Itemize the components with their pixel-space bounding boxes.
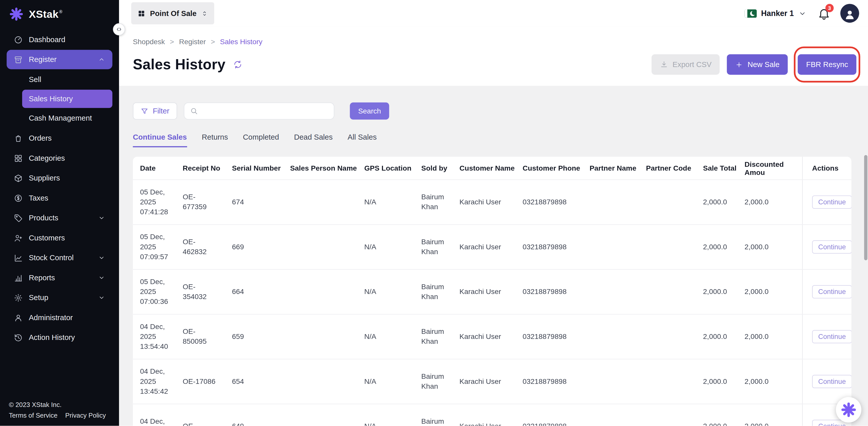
new-sale-button[interactable]: New Sale [727,54,788,75]
cell-gps: N/A [364,270,421,314]
table-row: 05 Dec, 2025 07:09:57OE- 462832669N/ABai… [133,224,851,269]
column-header-actions: Actions [802,157,851,179]
terms-of-service-link[interactable]: Terms of Service [9,412,58,419]
vertical-scrollbar[interactable] [864,155,867,260]
column-header-customer-phone: Customer Phone [523,157,590,179]
avatar[interactable] [840,4,859,23]
cell-customer-phone: 03218879898 [523,180,590,224]
sidebar-item-setup[interactable]: Setup [7,288,113,307]
suppliers-icon [14,174,23,183]
tab-continue-sales[interactable]: Continue Sales [133,133,187,147]
cell-sold-by: Bairum Khan [421,225,459,269]
cell-date: 04 Dec, 2025 [140,404,183,426]
column-header-date: Date [140,157,183,179]
store-selector[interactable]: Hanker 1 [744,9,807,18]
table-body: 05 Dec, 2025 07:41:28OE- 677359674N/ABai… [133,180,851,426]
sidebar-item-orders[interactable]: Orders [7,128,113,148]
cell-sale-total: 2,000.0 [703,404,745,426]
sidebar-item-stock-control[interactable]: Stock Control [7,248,113,267]
sidebar-item-products[interactable]: Products [7,208,113,227]
fbr-resync-button[interactable]: FBR Resync [798,54,856,75]
cell-receipt: OE- 677359 [183,180,232,224]
table-row: 04 Dec, 2025 13:45:42OE-17086654N/ABairu… [133,359,851,404]
sidebar-item-label: Suppliers [29,174,60,182]
taxes-icon [14,193,23,202]
continue-button[interactable]: Continue [812,375,851,388]
sidebar-item-customers[interactable]: Customers [7,228,113,247]
chat-widget-button[interactable] [836,397,861,423]
export-csv-label: Export CSV [673,60,712,69]
cell-partner-code [646,180,703,224]
cell-sales-person [290,360,364,404]
refresh-icon[interactable] [233,60,243,69]
tab-completed[interactable]: Completed [243,133,279,147]
cell-receipt: OE-17086 [183,360,232,404]
sidebar-item-administrator[interactable]: Administrator [7,308,113,327]
cell-partner-code [646,270,703,314]
cell-discounted: 2,000.0 [745,180,802,224]
cell-sold-by: Bairum Khan [421,314,459,359]
breadcrumb-shopdesk[interactable]: Shopdesk [133,37,165,46]
sidebar-item-dashboard[interactable]: Dashboard [7,30,113,49]
table-row: 05 Dec, 2025 07:00:36OE- 354032664N/ABai… [133,269,851,314]
sidebar-item-cash-management[interactable]: Cash Management [22,109,113,127]
continue-button[interactable]: Continue [812,285,851,298]
cell-serial: 664 [232,270,290,314]
cell-partner-name [590,404,646,426]
sidebar-nav: DashboardRegisterSellSales HistoryCash M… [0,27,119,401]
filter-button[interactable]: Filter [133,102,177,120]
cell-serial: 649 [232,404,290,426]
app-switcher[interactable]: Point Of Sale [131,2,214,24]
sidebar-item-action-history[interactable]: Action History [7,328,113,347]
sidebar-item-register[interactable]: Register [7,50,113,69]
sidebar-item-sales-history[interactable]: Sales History [22,90,113,108]
sidebar-item-sell[interactable]: Sell [22,70,113,89]
fbr-resync-label: FBR Resync [806,60,848,69]
privacy-policy-link[interactable]: Privacy Policy [65,412,106,419]
cell-receipt: OE- 462832 [183,225,232,269]
cell-partner-name [590,270,646,314]
table-row: 05 Dec, 2025 07:41:28OE- 677359674N/ABai… [133,180,851,224]
search-button[interactable]: Search [350,102,389,120]
export-csv-button[interactable]: Export CSV [652,54,720,75]
sidebar-item-label: Setup [29,294,48,302]
cell-serial: 654 [232,360,290,404]
topbar: Point Of Sale Hanker 1 3 [119,0,868,27]
tab-returns[interactable]: Returns [202,133,228,147]
column-header-partner-code: Partner Code [646,157,703,179]
table-row: 04 Dec, 2025 13:54:40OE- 850095659N/ABai… [133,314,851,359]
cell-partner-code [646,225,703,269]
sidebar-item-label: Categories [29,154,65,162]
sidebar-item-categories[interactable]: Categories [7,149,113,168]
sidebar-collapse-toggle[interactable] [113,23,125,35]
logo[interactable]: XStak® [0,0,119,27]
breadcrumb-separator: > [170,37,174,46]
tab-all-sales[interactable]: All Sales [348,133,377,147]
notification-badge: 3 [825,4,834,12]
continue-button[interactable]: Continue [812,195,851,209]
cell-date: 04 Dec, 2025 13:54:40 [140,314,183,359]
sidebar-item-label: Administrator [29,313,72,322]
cell-customer-phone: 03218879898 [523,270,590,314]
continue-button[interactable]: Continue [812,330,851,343]
tab-dead-sales[interactable]: Dead Sales [294,133,333,147]
sidebar-item-reports[interactable]: Reports [7,268,113,287]
cell-partner-name [590,360,646,404]
cell-gps: N/A [364,180,421,224]
select-arrows-icon [201,10,208,17]
sidebar-footer: © 2023 XStak Inc. Terms of Service Priva… [0,401,119,426]
collapse-icon [116,26,122,33]
notifications-button[interactable]: 3 [818,7,831,20]
continue-button[interactable]: Continue [812,240,851,254]
sidebar-subitem-label: Cash Management [29,114,92,122]
search-input[interactable] [184,102,334,120]
breadcrumb-register[interactable]: Register [179,37,206,46]
sidebar-item-suppliers[interactable]: Suppliers [7,168,113,188]
content: Filter Search Continue SalesReturnsCompl… [119,86,868,426]
search-icon [190,107,198,115]
cell-receipt: OE- [183,404,232,426]
sidebar-item-taxes[interactable]: Taxes [7,188,113,208]
cell-customer-name: Karachi User [459,225,523,269]
cell-customer-name: Karachi User [459,360,523,404]
cell-sale-total: 2,000.0 [703,180,745,224]
